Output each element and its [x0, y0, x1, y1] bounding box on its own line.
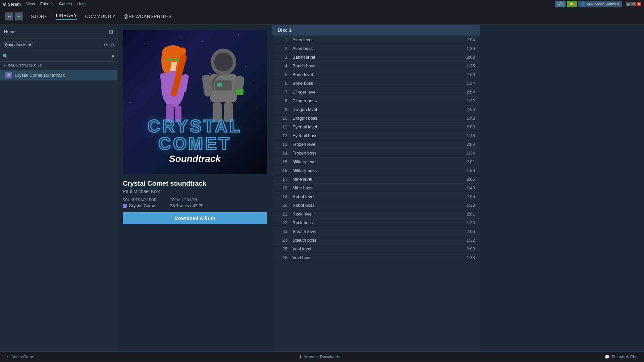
sidebar-grid-btn[interactable]: ⊞: [109, 28, 113, 35]
track-name: Rock boss: [292, 220, 467, 225]
steam-label[interactable]: Steam: [8, 2, 21, 7]
user-account-btn[interactable]: 👤 @RewdanSprites ▾: [578, 1, 622, 7]
friends-chat-group[interactable]: 💬 Friends & Chat: [605, 355, 639, 359]
track-name: Void boss: [292, 255, 467, 260]
game-name[interactable]: Crystal Comet: [129, 203, 156, 208]
search-input[interactable]: [10, 54, 110, 59]
track-row[interactable]: 22.Rock boss1:33: [272, 219, 480, 227]
svg-point-16: [214, 53, 233, 71]
track-row[interactable]: 18.Mine boss1:43: [272, 184, 480, 192]
nav-user[interactable]: @REWDANSPRITES: [123, 14, 171, 19]
track-number: 19.: [278, 194, 288, 199]
nav-community[interactable]: COMMUNITY: [85, 14, 116, 19]
view-menu[interactable]: View: [26, 2, 35, 6]
track-row[interactable]: 11.Eyeball level2:03: [272, 123, 480, 131]
soundtrack-for-value: Crystal Comet: [123, 203, 157, 208]
maximize-btn[interactable]: □: [631, 2, 636, 6]
search-icon: 🔍: [3, 54, 8, 59]
nav-back-btn[interactable]: ←: [5, 12, 13, 20]
sidebar-refresh-btn[interactable]: ⟳: [104, 42, 108, 48]
track-name: Bone level: [292, 72, 467, 77]
manage-downloads-btn[interactable]: ⬇ Manage Downloads: [299, 355, 340, 359]
track-name: Alien boss: [292, 46, 467, 51]
track-name: Rock level: [292, 212, 467, 217]
track-number: 6.: [278, 81, 288, 86]
track-row[interactable]: 13.Frozen level2:00: [272, 140, 480, 149]
download-album-btn[interactable]: Download Album: [123, 212, 267, 224]
track-row[interactable]: 3.Bandit level2:02: [272, 53, 480, 62]
minimize-btn[interactable]: –: [626, 2, 631, 6]
help-menu[interactable]: Help: [77, 2, 86, 6]
volume-btn[interactable]: 🔊: [555, 1, 566, 7]
disc-header: Disc 1: [272, 25, 480, 36]
track-row[interactable]: 7.Clinger level2:04: [272, 88, 480, 97]
sidebar-item-crystal-comet[interactable]: C Crystal Comet soundtrack: [0, 70, 117, 80]
nav-forward-btn[interactable]: →: [15, 12, 23, 20]
sidebar-settings-btn[interactable]: ⚙: [110, 42, 114, 48]
track-row[interactable]: 16.Military boss1:36: [272, 166, 480, 175]
total-length-label: TOTAL LENGTH: [170, 198, 204, 202]
track-number: 1.: [278, 37, 288, 42]
track-row[interactable]: 8.Clinger boss1:32: [272, 97, 480, 105]
close-btn[interactable]: ✕: [637, 2, 641, 6]
track-row[interactable]: 20.Robot boss1:33: [272, 201, 480, 210]
track-number: 8.: [278, 98, 288, 103]
track-name: Bandit boss: [292, 63, 467, 68]
track-duration: 1:33: [467, 220, 475, 225]
track-duration: 2:00: [467, 142, 475, 147]
username-label: @RewdanSprites: [587, 2, 616, 6]
section-arrow-icon: ▾: [4, 64, 6, 68]
male-character: [200, 37, 247, 127]
track-name: Clinger boss: [292, 98, 467, 103]
track-row[interactable]: 12.Eyeball boss1:43: [272, 131, 480, 140]
add-game-group[interactable]: ＋ Add a Game: [5, 354, 34, 360]
track-row[interactable]: 10.Dragon boss1:42: [272, 114, 480, 123]
track-name: Alien level: [292, 37, 467, 42]
bottom-bar-center: ⬇ Manage Downloads: [34, 354, 605, 359]
svg-text:C: C: [8, 74, 10, 77]
track-row[interactable]: 6.Bone boss1:34: [272, 79, 480, 88]
track-row[interactable]: 4.Bandit boss1:25: [272, 62, 480, 70]
track-duration: 2:04: [467, 89, 475, 95]
track-row[interactable]: 24.Stealth boss1:32: [272, 236, 480, 245]
friends-chat-label: Friends & Chat: [612, 355, 639, 359]
logo-crystal: CRYSTAL: [123, 117, 267, 135]
track-row[interactable]: 5.Bone level2:06: [272, 70, 480, 79]
nav-library[interactable]: LIBRARY: [56, 13, 77, 20]
track-row[interactable]: 25.Void level2:03: [272, 245, 480, 253]
sidebar-section-header[interactable]: ▾ SOUNDTRACKS (1): [0, 62, 117, 70]
track-name: Frozen level: [292, 142, 467, 147]
logo-soundtrack: Soundtrack: [123, 154, 267, 164]
track-row[interactable]: 26.Void boss1:33: [272, 253, 480, 262]
track-row[interactable]: 21.Rock level2:01: [272, 210, 480, 219]
steam-logo: ⊙ Steam: [3, 2, 21, 7]
track-name: Clinger level: [292, 89, 467, 95]
add-game-label: Add a Game: [11, 355, 34, 359]
track-row[interactable]: 19.Robot level2:05: [272, 192, 480, 201]
sidebar-home-label[interactable]: Home: [4, 29, 16, 34]
track-name: Dragon boss: [292, 116, 467, 121]
track-row[interactable]: 2.Alien boss1:36: [272, 44, 480, 53]
sidebar-dropdown[interactable]: Soundtracks ▾: [3, 42, 33, 48]
notification-btn[interactable]: 🔔: [567, 1, 577, 7]
sidebar-search-row: 🔍 ≡: [0, 51, 117, 62]
sidebar-list-btn[interactable]: ≡: [112, 54, 114, 59]
track-row[interactable]: 23.Stealth level2:06: [272, 227, 480, 236]
chat-icon: 💬: [605, 355, 610, 359]
track-row[interactable]: 9.Dragon level2:06: [272, 105, 480, 114]
track-row[interactable]: 15.Military level2:01: [272, 158, 480, 166]
track-row[interactable]: 17.Mine level2:05: [272, 175, 480, 184]
total-length-value: 26 Tracks / 47:22: [170, 203, 204, 208]
games-menu[interactable]: Games: [59, 2, 72, 6]
nav-bar: ← → STORE LIBRARY COMMUNITY @REWDANSPRIT…: [0, 8, 644, 25]
logo-comet: COMET: [123, 135, 267, 152]
track-name: Dragon level: [292, 107, 467, 112]
friends-menu[interactable]: Friends: [40, 2, 54, 6]
track-row[interactable]: 14.Frozen boss1:34: [272, 149, 480, 158]
nav-store[interactable]: STORE: [31, 14, 48, 19]
track-number: 3.: [278, 55, 288, 60]
track-name: Robot boss: [292, 203, 467, 208]
track-duration: 1:34: [467, 81, 475, 86]
track-duration: 2:06: [467, 229, 475, 234]
track-row[interactable]: 1.Alien level2:04: [272, 36, 480, 44]
